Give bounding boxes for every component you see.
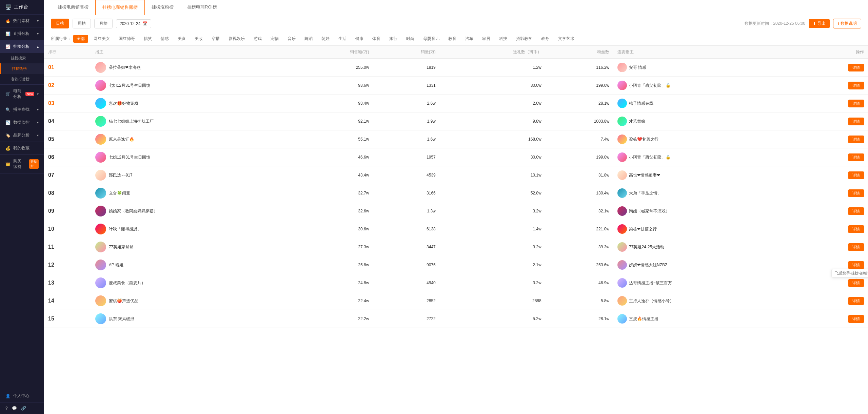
industry-tag-25[interactable]: 政务 [538,35,553,43]
detail-button[interactable]: 详情 [848,64,864,71]
tab-sales-rank[interactable]: 挂榜电商销售榜 [51,0,95,15]
table-container: 排行 播主 销售额(万) 销量(万) 送礼数（抖币） 粉丝数 连麦播主 操作 0… [44,46,868,414]
industry-tag-5[interactable]: 美食 [174,35,189,43]
cell-streamer: 猫七七姐姐上海护肤工厂 [91,112,295,130]
industry-tag-18[interactable]: 时尚 [403,35,418,43]
avatar [95,152,106,163]
cell-gifts: 3.2w [440,238,546,256]
tab-fans-rank[interactable]: 挂榜涨粉榜 [145,0,180,15]
cell-fans: 221.0w [546,220,613,238]
industry-tag-14[interactable]: 生活 [335,35,350,43]
industry-tag-10[interactable]: 宠物 [267,35,282,43]
detail-button[interactable]: 详情 [848,118,864,125]
industry-tag-20[interactable]: 教育 [445,35,460,43]
sidebar-logo[interactable]: 🖥️ 工作台 [0,0,44,15]
industry-tag-13[interactable]: 萌娃 [318,35,333,43]
sidebar-item-buy-vip[interactable]: 👑 购买续费 折扣折 [0,155,44,173]
industry-tag-23[interactable]: 科技 [496,35,511,43]
avatar [95,224,106,234]
cell-volume: 3166 [373,184,439,202]
industry-tag-11[interactable]: 音乐 [284,35,299,43]
sidebar-item-my-revenue[interactable]: 💰 我的收藏 [0,142,44,154]
data-desc-button[interactable]: ℹ 数据说明 [833,19,861,28]
cell-action: 详情 [800,112,868,130]
detail-button[interactable]: 详情 [848,243,864,251]
col-volume: 销量(万) [373,46,439,59]
streamer-name: 娘娘家（教阿姨妈妈穿搭） [109,208,158,214]
rec-avatar [617,99,627,108]
rec-streamer-name: 梁栋❤️甘蔗之行 [629,137,658,142]
rec-avatar [617,152,627,162]
industry-tag-16[interactable]: 体育 [369,35,384,43]
detail-button[interactable]: 详情 [848,171,864,179]
industry-tag-1[interactable]: 网红美女 [90,35,113,43]
chat-icon[interactable]: 💬 [12,406,17,411]
sidebar-item-hangup-analysis[interactable]: 📈 挂榜分析 ▴ [0,40,44,53]
cell-volume: 2852 [373,292,439,310]
table-row: 15 洪东 乘风破浪 22.2w 2722 5.2w 28.1w 三虎🔥情感主播… [44,310,868,328]
cell-volume: 9075 [373,256,439,274]
table-row: 13 瘦叔美食（燕麦片） 24.8w 4940 3.2w 46.9w 达哥情感主… [44,274,868,292]
tab-roi-rank[interactable]: 挂榜电商ROI榜 [180,0,224,15]
streamer-name: 朵拉朵姐❤李海燕 [109,65,141,70]
date-picker[interactable]: 2020-12-24 📅 [116,19,151,28]
cell-streamer: 义合🍀闹童 [91,184,295,202]
detail-button[interactable]: 详情 [848,225,864,233]
industry-tag-24[interactable]: 摄影教学 [513,35,536,43]
industry-tag-3[interactable]: 搞笑 [140,35,155,43]
detail-button[interactable]: 详情 [848,297,864,305]
industry-tag-19[interactable]: 母婴育儿 [420,35,443,43]
cell-sales: 93.4w [295,95,373,112]
sidebar-sub-hangup-search[interactable]: 挂榜搜索 [0,53,44,63]
sidebar-item-brand-analysis[interactable]: 🏷️ 品牌分析 ▾ [0,129,44,142]
hot-icon: 🔥 [5,19,11,23]
industry-tag-26[interactable]: 文学艺术 [555,35,578,43]
industry-tag-17[interactable]: 旅行 [386,35,401,43]
detail-button[interactable]: 详情 [848,100,864,107]
sidebar-sub-old-hangup[interactable]: 老铁打赏榜 [0,74,44,84]
help-icon[interactable]: ? [5,406,8,411]
filter-monthly-btn[interactable]: 月榜 [94,19,113,28]
industry-tag-6[interactable]: 美妆 [191,35,206,43]
detail-button[interactable]: 详情 [848,153,864,161]
sidebar-item-data-monitor[interactable]: 📉 数据监控 ▾ [0,116,44,129]
filter-daily-btn[interactable]: 日榜 [51,19,69,28]
detail-button[interactable]: 详情 [848,207,864,215]
industry-tag-15[interactable]: 健康 [352,35,367,43]
sidebar-item-streamer-search[interactable]: 🔍 播主查找 ▾ [0,103,44,116]
export-button[interactable]: ⬆ 导出 [809,19,830,28]
detail-button[interactable]: 详情 [848,189,864,197]
industry-tag-4[interactable]: 情感 [157,35,172,43]
col-fans: 粉丝数 [546,46,613,59]
industry-tag-21[interactable]: 汽车 [462,35,477,43]
tab-sales-amount-rank[interactable]: 挂榜电商销售额榜 [95,0,145,15]
cell-sales: 43.4w [295,166,373,184]
detail-button[interactable]: 详情 [848,261,864,269]
link-icon[interactable]: 🔗 [21,406,26,411]
industry-tag-8[interactable]: 影视娱乐 [225,35,248,43]
arrow-icon: ▾ [37,121,39,124]
industry-tag-all[interactable]: 全部 [73,35,88,43]
sidebar-item-ecommerce[interactable]: 🛒 电商分析 New ▾ [0,85,44,103]
sidebar-item-personal[interactable]: 👤 个人中心 [0,390,44,402]
industry-tag-2[interactable]: 国红帅哥 [115,35,138,43]
cell-gifts: 52.8w [440,184,546,202]
streamer-name: 七姐12月31号生日回馈 [109,83,151,88]
detail-button[interactable]: 详情 [848,136,864,143]
streamer-name: 蜜桃🍑芦选优品 [109,298,138,304]
industry-tag-7[interactable]: 穿搭 [208,35,223,43]
sidebar-item-hot-materials[interactable]: 🔥 热门素材 ▾ [0,15,44,27]
sidebar-item-live-analysis[interactable]: 📊 直播分析 ▾ [0,27,44,40]
cell-volume: 2722 [373,310,439,328]
industry-tag-12[interactable]: 舞蹈 [301,35,316,43]
detail-button[interactable]: 详情 [848,82,864,89]
monitor-icon: 📉 [5,120,11,125]
detail-button[interactable]: 详情 [848,315,864,323]
industry-tag-9[interactable]: 游戏 [250,35,265,43]
live-icon: 📊 [5,32,11,36]
top-tabs: 挂榜电商销售榜 挂榜电商销售额榜 挂榜涨粉榜 挂榜电商ROI榜 [44,0,868,15]
filter-weekly-btn[interactable]: 周榜 [73,19,91,28]
industry-tag-22[interactable]: 家居 [479,35,494,43]
search-icon: 🔍 [5,107,11,112]
sidebar-sub-hangup-hot[interactable]: 挂榜热榜 [0,63,44,74]
